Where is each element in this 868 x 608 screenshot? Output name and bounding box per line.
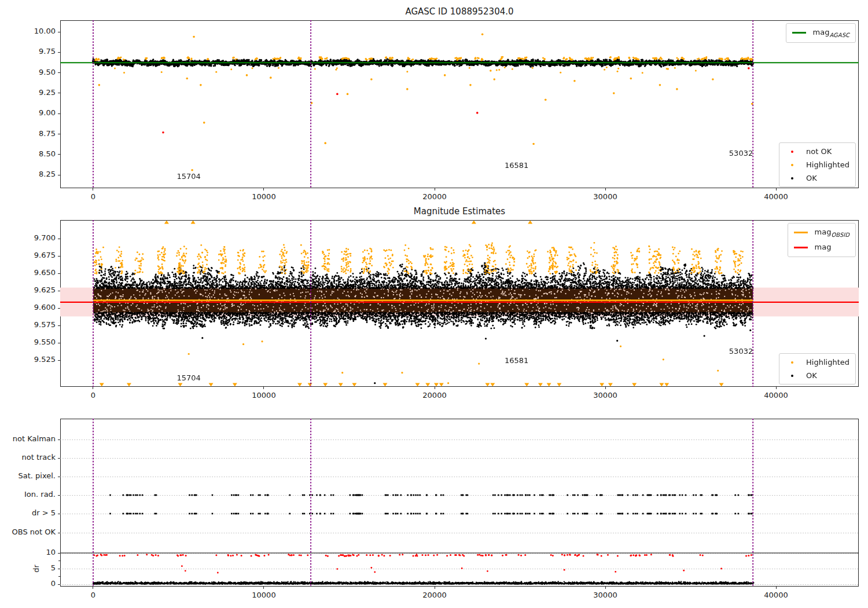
x-tick-mark bbox=[435, 387, 435, 389]
legend-label-text: mag bbox=[813, 28, 830, 36]
x-tick-label: 20000 bbox=[422, 391, 446, 400]
y-tick-label: 8.50 bbox=[23, 149, 56, 158]
dr-tick-mark bbox=[58, 553, 60, 554]
plot3-canvas bbox=[60, 419, 859, 587]
y-tick-mark bbox=[58, 256, 60, 257]
x-tick-mark bbox=[605, 587, 606, 589]
x-tick-mark bbox=[93, 188, 93, 191]
dr-tick-label: 10 bbox=[23, 548, 56, 556]
legend-label: magOBSID bbox=[815, 228, 849, 238]
annotation: 53032 bbox=[729, 149, 753, 158]
y-tick-label: 9.700 bbox=[23, 233, 56, 242]
y-tick-mark bbox=[58, 477, 60, 477]
y-tick-label: 9.00 bbox=[23, 108, 56, 117]
legend-label: OK bbox=[806, 174, 817, 182]
y-tick-mark bbox=[58, 308, 60, 309]
y-tick-mark bbox=[58, 32, 60, 32]
dr-tick-mark bbox=[58, 584, 60, 585]
x-tick-mark bbox=[93, 587, 93, 589]
legend-label: OK bbox=[806, 371, 817, 380]
legend-item: OK bbox=[785, 371, 849, 380]
x-tick-label: 30000 bbox=[593, 591, 617, 599]
y-tick-mark bbox=[58, 175, 60, 175]
x-tick-mark bbox=[435, 587, 435, 589]
legend-item: mag bbox=[794, 243, 849, 253]
x-tick-label: 20000 bbox=[422, 591, 446, 599]
legend-label: not OK bbox=[806, 147, 832, 156]
dr-minor-tick-mark bbox=[58, 561, 60, 561]
y-tick-mark bbox=[58, 325, 60, 326]
legend-label: Highlighted bbox=[806, 358, 849, 367]
plot2-canvas bbox=[60, 220, 859, 387]
legend-item: not OK bbox=[785, 147, 849, 156]
y-tick-mark bbox=[58, 360, 60, 361]
marker-swatch-wrap bbox=[785, 164, 799, 166]
x-tick-label: 0 bbox=[91, 192, 95, 201]
ok-marker-swatch bbox=[791, 375, 793, 377]
ok-marker-swatch bbox=[791, 177, 793, 180]
x-tick-label: 0 bbox=[91, 591, 95, 599]
mag-line-swatch bbox=[794, 247, 808, 248]
annotation: 53032 bbox=[729, 347, 753, 356]
marker-swatch-wrap bbox=[785, 151, 799, 153]
plot2-line-legend: magOBSID mag bbox=[788, 223, 856, 257]
marker-swatch-wrap bbox=[785, 361, 799, 364]
x-tick-mark bbox=[435, 188, 435, 191]
y-tick-label: 10.00 bbox=[23, 27, 56, 35]
legend-label-sub: OBSID bbox=[831, 232, 849, 238]
y-tick-label: 9.525 bbox=[23, 355, 56, 364]
flag-row-label: not Kalman bbox=[0, 434, 56, 443]
y-tick-mark bbox=[58, 113, 60, 114]
y-tick-mark bbox=[58, 134, 60, 134]
y-tick-mark bbox=[58, 514, 60, 514]
y-tick-mark bbox=[58, 154, 60, 155]
flag-row-label: Ion. rad. bbox=[0, 490, 56, 499]
y-tick-mark bbox=[58, 273, 60, 274]
dr-axis-label: dr bbox=[32, 565, 41, 573]
plot1-title: AGASC ID 1088952304.0 bbox=[60, 6, 859, 17]
x-tick-mark bbox=[263, 387, 264, 389]
dr-tick-label: 0 bbox=[23, 579, 56, 588]
flag-row-label: not track bbox=[0, 453, 56, 462]
flag-row-label: Sat. pixel. bbox=[0, 471, 56, 480]
annotation: 15704 bbox=[177, 373, 201, 382]
legend-label-sub: AGASC bbox=[829, 32, 849, 38]
x-tick-label: 20000 bbox=[422, 192, 446, 201]
annotation: 15704 bbox=[177, 172, 201, 181]
plot1-marker-legend: not OK Highlighted OK bbox=[779, 142, 856, 187]
x-tick-mark bbox=[776, 387, 777, 389]
x-tick-label: 40000 bbox=[764, 591, 788, 599]
x-tick-label: 0 bbox=[91, 391, 95, 400]
x-tick-label: 10000 bbox=[252, 192, 275, 201]
legend-item: OK bbox=[785, 174, 849, 182]
x-tick-label: 40000 bbox=[764, 391, 788, 400]
legend-item: magOBSID bbox=[794, 228, 849, 238]
x-tick-mark bbox=[605, 188, 606, 191]
y-tick-label: 9.75 bbox=[23, 47, 56, 56]
x-tick-mark bbox=[776, 188, 777, 191]
dr-tick-mark bbox=[58, 569, 60, 569]
legend-item: Highlighted bbox=[785, 160, 849, 169]
y-tick-mark bbox=[58, 52, 60, 53]
plot1-canvas bbox=[60, 20, 859, 188]
figure: AGASC ID 1088952304.0 Magnitude Estimate… bbox=[0, 0, 868, 608]
x-tick-mark bbox=[776, 587, 777, 589]
y-tick-mark bbox=[58, 291, 60, 291]
y-tick-label: 9.550 bbox=[23, 338, 56, 346]
highlighted-marker-swatch bbox=[791, 361, 793, 364]
legend-label-text: mag bbox=[815, 243, 832, 251]
legend-label: magAGASC bbox=[813, 28, 849, 38]
y-tick-label: 9.675 bbox=[23, 251, 56, 259]
y-tick-label: 8.75 bbox=[23, 129, 56, 138]
annotation: 16581 bbox=[505, 356, 528, 365]
dr-minor-tick-mark bbox=[58, 576, 60, 577]
y-tick-label: 9.50 bbox=[23, 68, 56, 76]
y-tick-mark bbox=[58, 239, 60, 239]
flag-row-label: dr > 5 bbox=[0, 508, 56, 517]
y-tick-label: 9.575 bbox=[23, 320, 56, 329]
y-tick-label: 9.25 bbox=[23, 88, 56, 97]
plot1-line-legend: magAGASC bbox=[786, 23, 856, 43]
x-tick-label: 30000 bbox=[593, 391, 617, 400]
x-tick-mark bbox=[263, 587, 264, 589]
y-tick-mark bbox=[58, 72, 60, 73]
